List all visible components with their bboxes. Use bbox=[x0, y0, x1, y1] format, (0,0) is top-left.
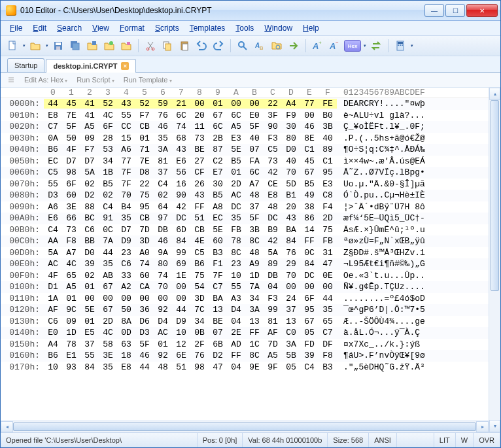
hex-header: 0 1 2 3 4 5 6 7 8 9 A B C D E F 01234567… bbox=[1, 88, 489, 98]
tab-file[interactable]: desktop.ini.CRYPT× bbox=[46, 59, 136, 73]
status-w[interactable]: W bbox=[456, 433, 474, 447]
scroll-up-icon[interactable]: ▴ bbox=[489, 88, 500, 100]
hex-row[interactable]: 00E0h:AC4C3935C6748069B6F123A989298447¬L… bbox=[1, 258, 489, 270]
hex-row[interactable]: 0080h:D360D2027075029043B5AC48E8B149C8Ó`… bbox=[1, 190, 489, 201]
vertical-scrollbar[interactable]: ▴ ▾ bbox=[489, 88, 500, 432]
redo-icon[interactable] bbox=[211, 38, 226, 54]
svg-text:A: A bbox=[330, 41, 336, 51]
hex-row[interactable]: 00C0h:AAF8BB7AD93D46844E60788C4284FFFBªø… bbox=[1, 235, 489, 247]
font-larger-icon[interactable]: A+ bbox=[310, 38, 326, 54]
tab-startup[interactable]: Startup bbox=[7, 58, 44, 72]
hex-row[interactable]: 0060h:C5985A1B7FD83756CFE7016C42706795Å˜… bbox=[1, 167, 489, 179]
config-icon[interactable] bbox=[7, 76, 15, 84]
menu-window[interactable]: Window bbox=[259, 22, 298, 34]
status-endian[interactable]: LIT bbox=[434, 433, 456, 447]
toggle-endian-icon[interactable] bbox=[368, 38, 384, 54]
hex-row[interactable]: 0150h:A4783758635F01122F6BAD1C7D3AFDDF¤x… bbox=[1, 339, 489, 351]
open-dropdown[interactable]: ▾ bbox=[44, 43, 49, 48]
hex-editor[interactable]: 0 1 2 3 4 5 6 7 8 9 A B C D E F 01234567… bbox=[1, 88, 489, 421]
menu-edit[interactable]: Edit bbox=[27, 22, 52, 34]
hex-row[interactable]: 0130h:C609012D8AD6D4D934BE041381136765Æ.… bbox=[1, 316, 489, 328]
replace-icon[interactable]: AB bbox=[252, 38, 268, 54]
calculator-icon[interactable] bbox=[392, 38, 408, 54]
hex-row[interactable]: 0110h:1A010000000000003DBAA334F3246F44..… bbox=[1, 293, 489, 305]
undo-icon[interactable] bbox=[194, 38, 209, 54]
save-all-icon[interactable] bbox=[67, 38, 83, 54]
hex-row[interactable]: 0090h:A63E88C4B4956442FFA8DC37482038F4¦>… bbox=[1, 201, 489, 213]
menu-view[interactable]: View bbox=[87, 22, 114, 34]
hex-row[interactable]: 00F0h:4F6502AB3360741E757F101DDB70DC0EOe… bbox=[1, 270, 489, 282]
hex-row[interactable]: 00D0h:5AA7D04423A09A99C5B38C485A760C31Z§… bbox=[1, 247, 489, 259]
new-dropdown[interactable]: ▾ bbox=[22, 43, 26, 48]
paste-icon[interactable] bbox=[177, 38, 192, 54]
menu-file[interactable]: File bbox=[5, 22, 27, 34]
status-file: Opened file 'C:\Users\User\Desktop\ bbox=[1, 433, 198, 447]
sub-toolbar: Edit As: Hex Run Script Run Template bbox=[1, 73, 500, 88]
status-val: Val: 68 44h 01000100b bbox=[243, 433, 328, 447]
menu-format[interactable]: Format bbox=[114, 22, 150, 34]
horizontal-scrollbar[interactable]: ◂ ▸ bbox=[1, 421, 489, 432]
svg-rect-24 bbox=[398, 42, 403, 44]
run-script-dropdown[interactable]: Run Script bbox=[77, 76, 114, 84]
toolbar: ▾ ▾ AB A+ A− Hex ▾ ▾ bbox=[1, 36, 500, 56]
svg-text:A: A bbox=[313, 41, 319, 51]
menu-search[interactable]: Search bbox=[52, 22, 87, 34]
hex-dropdown[interactable]: ▾ bbox=[362, 43, 367, 48]
menu-tools[interactable]: Tools bbox=[230, 22, 259, 34]
close-tab-icon[interactable]: × bbox=[121, 62, 129, 70]
svg-text:+: + bbox=[319, 41, 322, 46]
scroll-right-icon[interactable]: ▸ bbox=[476, 421, 489, 432]
find-icon[interactable] bbox=[235, 38, 250, 54]
save-as-icon[interactable] bbox=[84, 38, 100, 54]
svg-rect-26 bbox=[400, 44, 401, 46]
status-pos: Pos: 0 [0h] bbox=[198, 433, 243, 447]
hex-row[interactable]: 0140h:E01DE54C0DD3AC100B072EFFAFC005C7à.… bbox=[1, 327, 489, 339]
hex-mode-badge[interactable]: Hex bbox=[344, 40, 361, 52]
menu-scripts[interactable]: Scripts bbox=[150, 22, 184, 34]
hex-row[interactable]: 0010h:E87E414C55F7766C20676CE03FF900B0è~… bbox=[1, 110, 489, 122]
hex-row[interactable]: 0000h:44454152435259210001000022A477FEDE… bbox=[1, 98, 489, 110]
status-ovr[interactable]: OVR bbox=[474, 433, 500, 447]
edit-as-dropdown[interactable]: Edit As: Hex bbox=[24, 76, 67, 84]
menu-templates[interactable]: Templates bbox=[184, 22, 231, 34]
minimize-button[interactable]: — bbox=[424, 4, 444, 17]
font-smaller-icon[interactable]: A− bbox=[327, 38, 343, 54]
hex-row[interactable]: 0020h:C75FA56FCCCB4674116CA55F9030463BÇ_… bbox=[1, 121, 489, 133]
hex-row[interactable]: 0030h:0A50092815013568732BE340F3808E40.P… bbox=[1, 133, 489, 145]
hex-row[interactable]: 0160h:B6E1553E1846926E76D2FF8CA55B39F8¶á… bbox=[1, 350, 489, 362]
find-in-files-icon[interactable] bbox=[269, 38, 285, 54]
hex-row[interactable]: 00A0h:E666BC9135CB97DC51EC355FDC43862Dæf… bbox=[1, 213, 489, 224]
hex-row[interactable]: 0170h:10938435E84448519847049E9F05C4B3."… bbox=[1, 362, 489, 373]
cut-icon[interactable] bbox=[143, 38, 158, 54]
titlebar[interactable]: 010 Editor - C:\Users\User\Desktop\deskt… bbox=[1, 1, 500, 21]
hex-row[interactable]: 0070h:556F02B57F22C41626302DA7CE5DB5E3Uo… bbox=[1, 179, 489, 190]
svg-rect-5 bbox=[73, 43, 79, 50]
run-template-dropdown[interactable]: Run Template bbox=[124, 76, 172, 84]
save-icon[interactable] bbox=[50, 38, 66, 54]
maximize-button[interactable]: ☐ bbox=[445, 4, 465, 17]
hex-row[interactable]: 0040h:B64FF753A6713A43BE875E07C5D0C189¶O… bbox=[1, 144, 489, 156]
copy-icon[interactable] bbox=[160, 38, 175, 54]
tools-dropdown[interactable]: ▾ bbox=[409, 43, 414, 48]
svg-rect-25 bbox=[398, 44, 399, 46]
status-encoding[interactable]: ANSI bbox=[369, 433, 397, 447]
open-process-icon[interactable] bbox=[118, 38, 134, 54]
new-file-icon[interactable] bbox=[5, 38, 20, 54]
hex-row[interactable]: 0120h:AF9C5E67503692447C13D43A99379535¯œ… bbox=[1, 304, 489, 316]
hex-row[interactable]: 00B0h:C473C60CD77DDB6DCB5EFB3BB9BA1475Äs… bbox=[1, 224, 489, 236]
open-drive-icon[interactable] bbox=[101, 38, 117, 54]
open-file-icon[interactable] bbox=[27, 38, 43, 54]
svg-rect-0 bbox=[9, 41, 15, 50]
app-window: 010 Editor - C:\Users\User\Desktop\deskt… bbox=[0, 0, 501, 448]
goto-icon[interactable] bbox=[286, 38, 302, 54]
status-size: Size: 568 bbox=[328, 433, 369, 447]
hex-row[interactable]: 0100h:D1A50167A2CA700054C7557A04000000Ñ¥… bbox=[1, 281, 489, 293]
svg-text:A: A bbox=[254, 42, 260, 49]
menubar: File Edit Search View Format Scripts Tem… bbox=[1, 21, 500, 36]
menu-help[interactable]: Help bbox=[298, 22, 324, 34]
scroll-left-icon[interactable]: ◂ bbox=[1, 421, 13, 432]
scroll-down-icon[interactable]: ▾ bbox=[489, 420, 500, 432]
close-button[interactable]: ✕ bbox=[466, 4, 498, 17]
hex-row[interactable]: 0050h:ECD7D734777E81E627C2B5FA734045C1ì×… bbox=[1, 156, 489, 167]
svg-point-7 bbox=[109, 41, 113, 45]
